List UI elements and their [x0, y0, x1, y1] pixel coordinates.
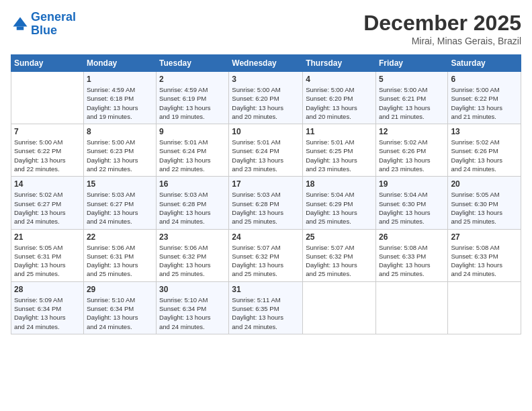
calendar-cell: 25Sunrise: 5:07 AM Sunset: 6:32 PM Dayli…: [303, 229, 376, 281]
location: Mirai, Minas Gerais, Brazil: [363, 36, 521, 46]
week-row-2: 7Sunrise: 5:00 AM Sunset: 6:22 PM Daylig…: [11, 124, 521, 177]
day-number: 25: [306, 232, 373, 242]
day-number: 29: [87, 285, 153, 294]
calendar-cell: 8Sunrise: 5:00 AM Sunset: 6:23 PM Daylig…: [83, 124, 156, 177]
day-number: 7: [14, 127, 81, 136]
day-number: 20: [451, 179, 518, 189]
calendar-cell: 13Sunrise: 5:02 AM Sunset: 6:26 PM Dayli…: [448, 124, 521, 177]
day-number: 6: [451, 75, 518, 84]
calendar-cell: 10Sunrise: 5:01 AM Sunset: 6:24 PM Dayli…: [229, 124, 303, 177]
day-info: Sunrise: 5:02 AM Sunset: 6:26 PM Dayligh…: [451, 138, 518, 173]
calendar-cell: 11Sunrise: 5:01 AM Sunset: 6:25 PM Dayli…: [303, 124, 376, 177]
day-number: 13: [451, 127, 518, 136]
week-row-3: 14Sunrise: 5:02 AM Sunset: 6:27 PM Dayli…: [11, 177, 521, 229]
day-info: Sunrise: 5:07 AM Sunset: 6:32 PM Dayligh…: [232, 243, 300, 279]
day-info: Sunrise: 5:05 AM Sunset: 6:31 PM Dayligh…: [14, 243, 81, 279]
calendar-cell: 17Sunrise: 5:03 AM Sunset: 6:28 PM Dayli…: [229, 177, 303, 229]
calendar-cell: 15Sunrise: 5:03 AM Sunset: 6:27 PM Dayli…: [83, 177, 156, 229]
week-row-5: 28Sunrise: 5:09 AM Sunset: 6:34 PM Dayli…: [11, 281, 521, 334]
calendar-cell: 29Sunrise: 5:10 AM Sunset: 6:34 PM Dayli…: [83, 281, 156, 334]
day-number: 21: [14, 232, 81, 242]
day-info: Sunrise: 5:09 AM Sunset: 6:34 PM Dayligh…: [14, 295, 81, 331]
day-info: Sunrise: 4:59 AM Sunset: 6:19 PM Dayligh…: [159, 85, 226, 121]
day-number: 17: [232, 179, 300, 189]
calendar-cell: 9Sunrise: 5:01 AM Sunset: 6:24 PM Daylig…: [157, 124, 229, 177]
logo-line1: General: [31, 10, 76, 24]
month-title: December 2025: [363, 11, 521, 36]
calendar-cell: 3Sunrise: 5:00 AM Sunset: 6:20 PM Daylig…: [229, 72, 303, 124]
week-row-4: 21Sunrise: 5:05 AM Sunset: 6:31 PM Dayli…: [11, 229, 521, 281]
day-number: 16: [159, 179, 226, 189]
day-info: Sunrise: 5:11 AM Sunset: 6:35 PM Dayligh…: [232, 295, 300, 331]
calendar-cell: 21Sunrise: 5:05 AM Sunset: 6:31 PM Dayli…: [11, 229, 84, 281]
calendar-cell: 5Sunrise: 5:00 AM Sunset: 6:21 PM Daylig…: [375, 72, 447, 124]
day-number: 22: [87, 232, 153, 242]
logo-line2: Blue: [31, 24, 57, 37]
calendar-cell: [448, 281, 521, 334]
svg-marker-0: [13, 17, 28, 26]
day-info: Sunrise: 5:00 AM Sunset: 6:20 PM Dayligh…: [232, 85, 300, 121]
calendar-cell: 31Sunrise: 5:11 AM Sunset: 6:35 PM Dayli…: [229, 281, 303, 334]
calendar-cell: [375, 281, 447, 334]
calendar-cell: 4Sunrise: 5:00 AM Sunset: 6:20 PM Daylig…: [303, 72, 376, 124]
day-info: Sunrise: 5:03 AM Sunset: 6:27 PM Dayligh…: [87, 190, 153, 226]
weekday-header-row: SundayMondayTuesdayWednesdayThursdayFrid…: [11, 55, 521, 72]
day-info: Sunrise: 5:10 AM Sunset: 6:34 PM Dayligh…: [87, 295, 153, 331]
day-info: Sunrise: 5:06 AM Sunset: 6:32 PM Dayligh…: [159, 243, 226, 279]
day-number: 1: [87, 75, 153, 84]
logo-text: General Blue: [31, 11, 76, 38]
day-number: 26: [379, 232, 445, 242]
day-number: 8: [87, 127, 153, 136]
calendar-page: General Blue December 2025 Mirai, Minas …: [0, 0, 532, 411]
calendar-cell: 7Sunrise: 5:00 AM Sunset: 6:22 PM Daylig…: [11, 124, 84, 177]
weekday-header-tuesday: Tuesday: [157, 55, 229, 72]
day-info: Sunrise: 5:01 AM Sunset: 6:24 PM Dayligh…: [159, 138, 226, 173]
day-info: Sunrise: 5:10 AM Sunset: 6:34 PM Dayligh…: [159, 295, 226, 331]
logo: General Blue: [11, 11, 76, 38]
calendar-cell: 2Sunrise: 4:59 AM Sunset: 6:19 PM Daylig…: [157, 72, 229, 124]
calendar-cell: 12Sunrise: 5:02 AM Sunset: 6:26 PM Dayli…: [375, 124, 447, 177]
weekday-header-sunday: Sunday: [11, 55, 84, 72]
day-number: 10: [232, 127, 300, 136]
day-info: Sunrise: 5:00 AM Sunset: 6:23 PM Dayligh…: [87, 138, 153, 173]
day-number: 19: [379, 179, 445, 189]
day-number: 31: [232, 285, 300, 294]
day-number: 15: [87, 179, 153, 189]
day-info: Sunrise: 5:08 AM Sunset: 6:33 PM Dayligh…: [451, 243, 518, 279]
calendar-cell: 19Sunrise: 5:04 AM Sunset: 6:30 PM Dayli…: [375, 177, 447, 229]
day-info: Sunrise: 5:02 AM Sunset: 6:26 PM Dayligh…: [379, 138, 445, 173]
day-number: 4: [306, 75, 373, 84]
day-info: Sunrise: 5:07 AM Sunset: 6:32 PM Dayligh…: [306, 243, 373, 279]
day-number: 18: [306, 179, 373, 189]
day-number: 28: [14, 285, 81, 294]
day-info: Sunrise: 5:00 AM Sunset: 6:22 PM Dayligh…: [14, 138, 81, 173]
title-block: December 2025 Mirai, Minas Gerais, Brazi…: [363, 11, 521, 46]
day-info: Sunrise: 4:59 AM Sunset: 6:18 PM Dayligh…: [87, 85, 153, 121]
day-info: Sunrise: 5:02 AM Sunset: 6:27 PM Dayligh…: [14, 190, 81, 226]
day-number: 23: [159, 232, 226, 242]
day-info: Sunrise: 5:00 AM Sunset: 6:22 PM Dayligh…: [451, 85, 518, 121]
logo-icon: [11, 15, 30, 34]
calendar-table: SundayMondayTuesdayWednesdayThursdayFrid…: [11, 54, 521, 334]
header: General Blue December 2025 Mirai, Minas …: [11, 11, 521, 46]
day-info: Sunrise: 5:04 AM Sunset: 6:29 PM Dayligh…: [306, 190, 373, 226]
calendar-cell: [11, 72, 84, 124]
calendar-cell: 14Sunrise: 5:02 AM Sunset: 6:27 PM Dayli…: [11, 177, 84, 229]
calendar-cell: 26Sunrise: 5:08 AM Sunset: 6:33 PM Dayli…: [375, 229, 447, 281]
day-info: Sunrise: 5:00 AM Sunset: 6:21 PM Dayligh…: [379, 85, 445, 121]
calendar-cell: 27Sunrise: 5:08 AM Sunset: 6:33 PM Dayli…: [448, 229, 521, 281]
day-info: Sunrise: 5:08 AM Sunset: 6:33 PM Dayligh…: [379, 243, 445, 279]
calendar-cell: 24Sunrise: 5:07 AM Sunset: 6:32 PM Dayli…: [229, 229, 303, 281]
calendar-cell: 30Sunrise: 5:10 AM Sunset: 6:34 PM Dayli…: [157, 281, 229, 334]
day-info: Sunrise: 5:00 AM Sunset: 6:20 PM Dayligh…: [306, 85, 373, 121]
day-number: 27: [451, 232, 518, 242]
day-info: Sunrise: 5:06 AM Sunset: 6:31 PM Dayligh…: [87, 243, 153, 279]
day-number: 14: [14, 179, 81, 189]
calendar-cell: [303, 281, 376, 334]
weekday-header-thursday: Thursday: [303, 55, 376, 72]
calendar-cell: 18Sunrise: 5:04 AM Sunset: 6:29 PM Dayli…: [303, 177, 376, 229]
day-number: 12: [379, 127, 445, 136]
week-row-1: 1Sunrise: 4:59 AM Sunset: 6:18 PM Daylig…: [11, 72, 521, 124]
day-info: Sunrise: 5:01 AM Sunset: 6:24 PM Dayligh…: [232, 138, 300, 173]
calendar-cell: 20Sunrise: 5:05 AM Sunset: 6:30 PM Dayli…: [448, 177, 521, 229]
